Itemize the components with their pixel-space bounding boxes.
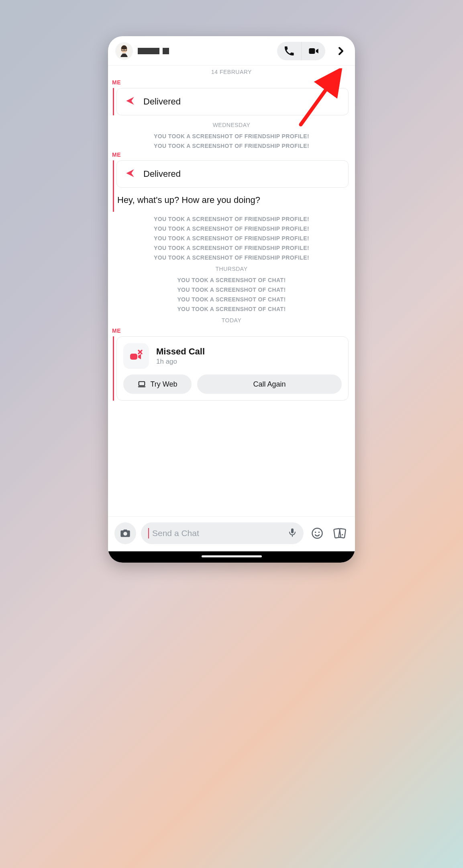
redacted-name — [138, 48, 159, 54]
camera-button[interactable] — [114, 522, 136, 544]
chat-header — [108, 36, 355, 66]
system-message: YOU TOOK A SCREENSHOT OF FRIENDSHIP PROF… — [108, 141, 355, 151]
snap-delivered-bubble[interactable]: Delivered — [116, 88, 349, 115]
call-again-button[interactable]: Call Again — [197, 375, 342, 394]
missed-call-card: Missed Call 1h ago Try Web Call Again — [116, 336, 349, 401]
phone-frame: 14 FEBRUARY ME Delivered WEDNESDAY YOU T… — [108, 36, 355, 563]
sender-label-me: ME — [108, 151, 355, 159]
delivered-text: Delivered — [143, 96, 181, 107]
home-indicator — [108, 551, 355, 563]
svg-rect-4 — [309, 48, 315, 54]
system-message: YOU TOOK A SCREENSHOT OF FRIENDSHIP PROF… — [108, 233, 355, 243]
message-group: Missed Call 1h ago Try Web Call Again — [113, 336, 350, 401]
svg-rect-6 — [130, 354, 137, 360]
missed-call-subtitle: 1h ago — [156, 358, 205, 366]
system-message: YOU TOOK A SCREENSHOT OF FRIENDSHIP PROF… — [108, 214, 355, 224]
svg-point-18 — [342, 534, 343, 535]
gallery-button[interactable] — [331, 527, 349, 539]
sender-label-me: ME — [108, 78, 355, 86]
chat-input-placeholder: Send a Chat — [152, 528, 199, 538]
video-icon — [308, 45, 319, 57]
gallery-cards-icon — [333, 527, 347, 539]
svg-point-10 — [123, 532, 127, 536]
system-message: YOU TOOK A SCREENSHOT OF FRIENDSHIP PROF… — [108, 224, 355, 233]
date-separator: 14 FEBRUARY — [108, 66, 355, 78]
snap-delivered-bubble[interactable]: Delivered — [116, 160, 349, 188]
smiley-icon — [311, 527, 323, 539]
svg-point-14 — [315, 532, 316, 533]
microphone-button[interactable] — [288, 528, 297, 539]
contact-name[interactable] — [138, 48, 169, 54]
system-message: YOU TOOK A SCREENSHOT OF FRIENDSHIP PROF… — [108, 131, 355, 141]
call-buttons — [277, 42, 325, 60]
chat-body[interactable]: 14 FEBRUARY ME Delivered WEDNESDAY YOU T… — [108, 66, 355, 516]
delivered-text: Delivered — [143, 169, 181, 179]
try-web-button[interactable]: Try Web — [123, 375, 192, 394]
message-group: Delivered Hey, what's up? How are you do… — [113, 160, 350, 212]
try-web-label: Try Web — [150, 380, 177, 389]
date-separator: THURSDAY — [108, 262, 355, 275]
camera-icon — [120, 528, 131, 539]
chat-input[interactable]: Send a Chat — [141, 522, 304, 544]
system-message: YOU TOOK A SCREENSHOT OF CHAT! — [108, 295, 355, 304]
system-message: YOU TOOK A SCREENSHOT OF CHAT! — [108, 304, 355, 314]
missed-call-title: Missed Call — [156, 346, 205, 357]
system-message: YOU TOOK A SCREENSHOT OF CHAT! — [108, 285, 355, 295]
date-separator: WEDNESDAY — [108, 119, 355, 131]
date-separator: TODAY — [108, 314, 355, 327]
phone-icon — [284, 46, 294, 56]
svg-rect-17 — [339, 528, 345, 538]
svg-point-15 — [318, 532, 320, 533]
sent-snap-icon — [125, 96, 135, 108]
chat-footer: Send a Chat — [108, 516, 355, 551]
video-call-button[interactable] — [301, 42, 325, 60]
microphone-icon — [288, 528, 297, 537]
chat-message[interactable]: Hey, what's up? How are you doing? — [114, 191, 350, 212]
profile-chevron-button[interactable] — [334, 46, 348, 56]
avatar[interactable] — [115, 42, 133, 60]
missed-video-call-icon — [123, 343, 149, 369]
system-message: YOU TOOK A SCREENSHOT OF FRIENDSHIP PROF… — [108, 243, 355, 253]
svg-rect-11 — [291, 528, 294, 533]
text-caret — [148, 528, 149, 538]
laptop-icon — [137, 380, 146, 389]
audio-call-button[interactable] — [277, 42, 301, 60]
sent-snap-icon — [125, 168, 135, 180]
svg-point-13 — [312, 528, 322, 538]
message-group: Delivered — [113, 88, 350, 115]
system-message: YOU TOOK A SCREENSHOT OF CHAT! — [108, 275, 355, 285]
sender-label-me: ME — [108, 327, 355, 335]
redacted-name — [163, 48, 169, 54]
emoji-button[interactable] — [308, 527, 326, 539]
avatar-bitmoji-icon — [116, 43, 132, 59]
chevron-right-icon — [336, 46, 346, 56]
call-again-label: Call Again — [253, 380, 286, 389]
svg-rect-9 — [139, 382, 145, 386]
system-message: YOU TOOK A SCREENSHOT OF FRIENDSHIP PROF… — [108, 253, 355, 262]
